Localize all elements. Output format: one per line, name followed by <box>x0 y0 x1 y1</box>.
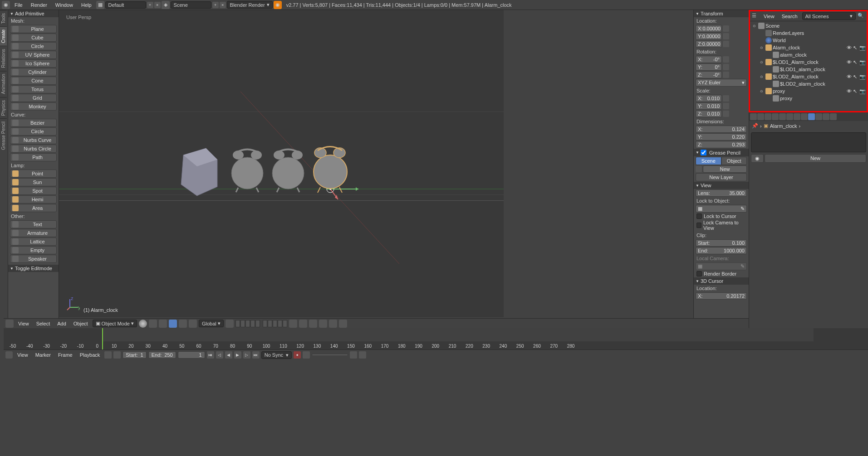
menu-help[interactable]: Help <box>78 1 95 9</box>
monkey-button[interactable]: Monkey <box>10 102 57 111</box>
add-primitive-header[interactable]: Add Primitive <box>8 10 59 17</box>
sync-dropdown[interactable]: No Sync▾ <box>261 351 292 359</box>
eye-icon[interactable]: 👁 <box>847 74 852 79</box>
proportional-icon[interactable] <box>299 320 307 328</box>
scene-dropdown[interactable]: Scene <box>171 1 211 9</box>
play-icon[interactable]: ▶ <box>234 351 241 359</box>
empty-button[interactable]: Empty <box>10 246 57 254</box>
tab-scene[interactable] <box>765 113 771 120</box>
tree-row-renderlayers[interactable]: RenderLayers <box>751 29 866 37</box>
dim-y[interactable]: Y:0.220 <box>696 133 747 141</box>
manipulator-rotate-icon[interactable] <box>179 320 187 328</box>
layer-buttons[interactable] <box>235 320 287 327</box>
spot-button[interactable]: Spot <box>10 187 57 195</box>
render-icon[interactable]: 📷 <box>859 74 865 79</box>
tab-modifiers[interactable] <box>794 113 800 120</box>
rot-y[interactable]: Y:0° <box>696 63 722 71</box>
dim-x[interactable]: X:0.124 <box>696 126 747 133</box>
manipulator-scale-icon[interactable] <box>189 320 197 328</box>
outliner-filter-dropdown[interactable]: All Scenes▾ <box>802 12 856 20</box>
tab-render[interactable] <box>750 113 757 120</box>
cursor3d-header[interactable]: 3D Cursor <box>694 277 749 285</box>
layout-del[interactable]: × <box>154 2 161 8</box>
search-icon[interactable]: 🔍 <box>858 13 865 20</box>
gp-new[interactable]: New <box>703 165 747 173</box>
nurbs-circle-button[interactable]: Nurbs Circle <box>10 145 57 153</box>
layout-add[interactable]: + <box>147 2 153 8</box>
cursor-icon[interactable]: ↖ <box>853 88 858 94</box>
uv-sphere-button[interactable]: UV Sphere <box>10 51 57 59</box>
pin-icon[interactable]: 📌 <box>752 123 758 129</box>
toggle-editmode-header[interactable]: Toggle Editmode <box>8 265 59 272</box>
local-cam-field[interactable]: ▦✎ <box>696 262 747 270</box>
cursor-icon[interactable]: ↖ <box>853 59 858 65</box>
blender-icon[interactable]: ◉ <box>2 1 10 9</box>
view-header[interactable]: View <box>694 182 749 189</box>
shading-solid-icon[interactable] <box>139 320 147 328</box>
layout-dropdown[interactable]: Default <box>105 1 146 9</box>
scene-add[interactable]: + <box>212 2 219 8</box>
lens-field[interactable]: Lens:35.000 <box>696 189 747 197</box>
layers-icon[interactable] <box>226 320 234 328</box>
rot-mode[interactable]: XYZ Euler▾ <box>696 79 747 87</box>
render-icon[interactable]: 📷 <box>859 88 865 94</box>
timeline-frame-menu[interactable]: Frame <box>55 352 75 358</box>
scene-icon[interactable]: ◈ <box>162 1 170 9</box>
tree-row-world[interactable]: World <box>751 37 866 44</box>
ico-sphere-button[interactable]: Ico Sphere <box>10 59 57 68</box>
rewind-icon[interactable] <box>104 351 112 359</box>
clip-end[interactable]: End:1000.000 <box>696 247 747 254</box>
layout-icon[interactable]: ▦ <box>96 1 104 9</box>
loc-z[interactable]: Z:0.00000 <box>696 40 722 48</box>
tree-row-scene[interactable]: ⊖Scene <box>751 22 866 29</box>
vtab-create[interactable]: Create <box>0 26 7 46</box>
keying-set-icon[interactable] <box>303 351 310 359</box>
lock-cursor-check[interactable]: Lock to Cursor <box>696 213 746 219</box>
tree-row-alarm-clock[interactable]: ⊖Alarm_clock👁↖📷 <box>751 44 866 51</box>
grease-header[interactable]: Grease Pencil <box>694 149 749 156</box>
eye-icon[interactable]: 👁 <box>847 45 852 50</box>
cursor-x[interactable]: X:0.20172 <box>696 292 747 300</box>
orientation-dropdown[interactable]: Global▾ <box>199 320 224 327</box>
timeline-type-icon[interactable] <box>5 351 13 359</box>
vtab-grease[interactable]: Grease Pencil <box>0 118 7 153</box>
lock-icon[interactable] <box>723 111 729 117</box>
end-frame-field[interactable]: End:250 <box>148 351 176 359</box>
vtab-tools[interactable]: Tools <box>0 10 7 26</box>
render-icon[interactable]: 📷 <box>859 59 865 65</box>
view3d-select-menu[interactable]: Select <box>34 320 53 327</box>
gp-icon[interactable] <box>696 166 702 172</box>
lock-icon[interactable] <box>723 33 729 39</box>
lock-icon[interactable] <box>723 103 729 109</box>
lock-icon[interactable] <box>723 56 729 63</box>
tree-row--lod1-alarm-clock[interactable]: $LOD1_alarm_clock <box>751 66 866 73</box>
start-frame-field[interactable]: Start:1 <box>123 351 146 359</box>
lattice-button[interactable]: Lattice <box>10 238 57 246</box>
tab-texture[interactable] <box>815 113 822 120</box>
keyframe-prev-icon[interactable]: ◁ <box>216 351 223 359</box>
snap-icon[interactable] <box>309 320 317 328</box>
tab-data[interactable] <box>801 113 808 120</box>
lock-obj-field[interactable]: ▦✎ <box>696 205 747 213</box>
tab-constraints[interactable] <box>786 113 793 120</box>
clip-start[interactable]: Start:0.100 <box>696 239 747 247</box>
gp-object-btn[interactable]: Object <box>721 157 747 165</box>
circle-button[interactable]: Circle <box>10 127 57 136</box>
cursor-icon[interactable]: ↖ <box>853 45 858 50</box>
sun-button[interactable]: Sun <box>10 178 57 186</box>
loc-x[interactable]: X:0.00000 <box>696 25 722 32</box>
auto-keyframe-icon[interactable] <box>113 351 121 359</box>
vtab-animation[interactable]: Animation <box>0 71 7 97</box>
keyframe-next-icon[interactable]: ▷ <box>243 351 250 359</box>
tree-row-alarm-clock[interactable]: alarm_clock <box>751 51 866 58</box>
outliner-tree[interactable]: ⊖SceneRenderLayersWorld⊖Alarm_clock👁↖📷al… <box>750 21 867 103</box>
tab-render-layers[interactable] <box>757 113 764 120</box>
scl-z[interactable]: Z:0.010 <box>696 110 722 117</box>
material-new-btn[interactable]: New <box>765 154 866 163</box>
path-button[interactable]: Path <box>10 153 57 161</box>
bezier-button[interactable]: Bezier <box>10 119 57 127</box>
material-slot-list[interactable] <box>751 132 866 152</box>
eye-icon[interactable]: 👁 <box>847 88 852 94</box>
vtab-relations[interactable]: Relations <box>0 46 7 71</box>
tab-object[interactable] <box>779 113 786 120</box>
